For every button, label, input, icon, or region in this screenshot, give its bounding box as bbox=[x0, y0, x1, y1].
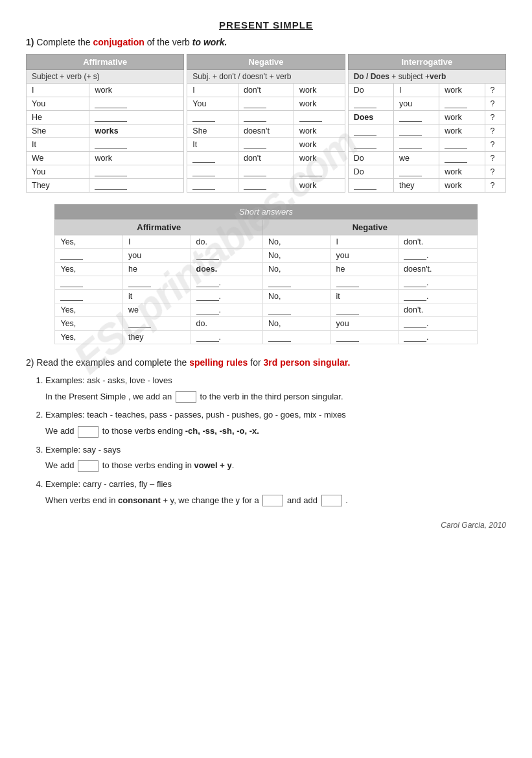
table-row: Youwork bbox=[187, 97, 345, 111]
table-row bbox=[187, 165, 345, 179]
negative-table: Negative Subj. + don't / doesn't + verb … bbox=[187, 54, 345, 193]
blank bbox=[196, 333, 219, 342]
blank bbox=[128, 319, 151, 328]
table-row: work? bbox=[348, 124, 505, 138]
blank bbox=[244, 181, 266, 190]
table-row: Idon'twork bbox=[187, 84, 345, 97]
input-box-3[interactable] bbox=[78, 460, 98, 472]
item3-rule-middle: to those verbs ending in bbox=[102, 460, 192, 470]
item2-rule: We add bbox=[45, 426, 75, 436]
footer: Carol Garcia, 2010 bbox=[26, 521, 506, 530]
blank bbox=[299, 167, 322, 176]
blank bbox=[399, 126, 422, 136]
blank bbox=[244, 113, 266, 122]
blank bbox=[95, 99, 127, 108]
blank bbox=[244, 167, 266, 176]
section2-key2: 3rd person singular. bbox=[264, 357, 351, 368]
table-row: Yes,hedoes. No,hedoesn't. bbox=[55, 263, 477, 276]
input-box-4[interactable] bbox=[262, 495, 283, 506]
blank bbox=[95, 167, 127, 176]
item4-period: . bbox=[345, 495, 348, 505]
blank bbox=[336, 305, 359, 314]
blank bbox=[196, 305, 219, 314]
blank bbox=[445, 140, 467, 149]
table-row: you? bbox=[348, 97, 505, 111]
blank bbox=[445, 154, 467, 163]
input-box-1[interactable] bbox=[176, 391, 196, 403]
table-row: . . bbox=[55, 276, 477, 290]
list-item: Examples: ask - asks, love - loves In th… bbox=[45, 373, 506, 405]
blank bbox=[404, 292, 426, 301]
int-header: Interrogative bbox=[348, 54, 505, 70]
item4-rule: When verbs end in bbox=[45, 495, 115, 505]
item2-rule-end: -ch, -ss, -sh, -o, -x. bbox=[185, 426, 259, 436]
blank bbox=[128, 278, 151, 287]
item3-example: Exemple: say - says bbox=[45, 445, 121, 455]
blank bbox=[95, 113, 127, 122]
neg-col-header: Negative bbox=[263, 220, 477, 235]
table-row: it. No,it. bbox=[55, 290, 477, 303]
aff-col-header: Affirmative bbox=[55, 220, 263, 235]
list-item: Exemple: say - says We add to those verb… bbox=[45, 442, 506, 474]
table-row: work bbox=[187, 179, 345, 193]
blank bbox=[354, 126, 376, 136]
table-row: Iwork bbox=[27, 84, 184, 97]
table-row: Shedoesn'twork bbox=[187, 124, 345, 138]
blank bbox=[354, 99, 376, 108]
item3-rule: We add bbox=[45, 460, 75, 470]
table-row: Sheworks bbox=[27, 124, 184, 138]
item4-rule-end: and add bbox=[287, 495, 318, 505]
item4-rule-middle: + y, we change the y for a bbox=[163, 495, 259, 505]
blank bbox=[95, 181, 127, 190]
section1-text1: Complete the bbox=[36, 37, 93, 47]
section1-text2: of the verb bbox=[145, 37, 192, 47]
section2-text1: Read the examples and complete the bbox=[36, 357, 189, 368]
blank bbox=[404, 333, 426, 342]
blank bbox=[336, 278, 359, 287]
item4-example: Exemple: carry - carries, fly – flies bbox=[45, 479, 172, 489]
table-row: It bbox=[27, 138, 184, 152]
blank bbox=[60, 292, 83, 301]
item3-rule-end: vowel + y bbox=[194, 460, 232, 470]
table-row: ? bbox=[348, 138, 505, 152]
blank bbox=[399, 140, 422, 149]
table-row: You bbox=[27, 165, 184, 179]
neg-subheader: Subj. + don't / doesn't + verb bbox=[187, 70, 345, 84]
blank bbox=[244, 99, 266, 108]
short-answers-table: Affirmative Negative Yes,Ido. No,Idon't.… bbox=[54, 219, 477, 344]
blank bbox=[192, 181, 215, 190]
section2-key1: spelling rules bbox=[189, 357, 248, 368]
blank bbox=[354, 140, 376, 149]
table-row: DoIwork? bbox=[348, 84, 505, 97]
spelling-rules-list: Examples: ask - asks, love - loves In th… bbox=[26, 373, 506, 509]
blank bbox=[404, 278, 426, 287]
neg-header: Negative bbox=[187, 54, 345, 70]
blank bbox=[404, 319, 426, 328]
item1-rule: In the Present Simple , we add an bbox=[45, 392, 172, 401]
affirmative-table: Affirmative Subject + verb (+ s) Iwork Y… bbox=[26, 54, 184, 193]
item2-rule-middle: to those verbs ending bbox=[102, 426, 183, 436]
input-box-2[interactable] bbox=[78, 426, 98, 438]
table-row: Yes,Ido. No,Idon't. bbox=[55, 235, 477, 249]
item1-rule-end: to the verb in the third person singular… bbox=[200, 392, 343, 401]
item2-example: Examples: teach - teaches, pass - passes… bbox=[45, 410, 346, 420]
table-row: Yes,do. No,you. bbox=[55, 317, 477, 331]
blank bbox=[244, 140, 266, 149]
section1-num: 1) bbox=[26, 37, 34, 47]
blank bbox=[399, 167, 422, 176]
blank bbox=[192, 113, 215, 122]
blank bbox=[196, 251, 219, 260]
list-item: Exemple: carry - carries, fly – flies Wh… bbox=[45, 477, 506, 508]
table-row: Dowe? bbox=[348, 152, 505, 165]
blank bbox=[196, 292, 219, 301]
blank bbox=[192, 154, 215, 163]
blank bbox=[404, 251, 426, 260]
input-box-5[interactable] bbox=[321, 495, 342, 506]
table-row: Itwork bbox=[187, 138, 345, 152]
section1-key1: conjugation bbox=[93, 37, 145, 47]
table-row: They bbox=[27, 179, 184, 193]
int-subheader: Do / Does + subject +verb bbox=[348, 70, 505, 84]
section1-key2: to work. bbox=[192, 37, 227, 47]
blank bbox=[445, 99, 467, 108]
short-answers-section: Short answers Affirmative Negative Yes,I… bbox=[54, 204, 477, 344]
